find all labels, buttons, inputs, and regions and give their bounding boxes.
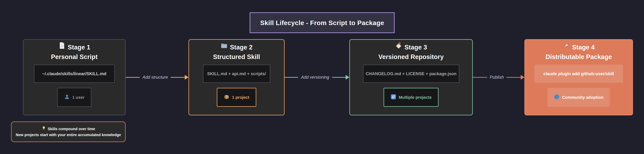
stage-1-label: Stage 1 bbox=[68, 43, 90, 51]
stage-4-badge: Community adoption bbox=[548, 88, 610, 107]
stage-1-badge-label: 1 user bbox=[72, 95, 84, 100]
edge-add-structure: Add structure bbox=[126, 73, 188, 82]
edge-line bbox=[506, 77, 521, 78]
edge-add-versioning: Add versioning bbox=[284, 73, 349, 82]
refresh-icon bbox=[390, 94, 396, 101]
skill-lifecycle-diagram: Skill Lifecycle - From Script to Package bbox=[0, 0, 644, 154]
stage-3-artifact-box: CHANGELOG.md + LICENSE + package.json bbox=[363, 65, 459, 83]
stage-4-label: Stage 4 bbox=[572, 43, 595, 51]
bookmark-tag-icon bbox=[395, 42, 402, 53]
stage-2-node: Stage 2 Structured Skill SKILL.md + api.… bbox=[188, 39, 284, 115]
note-line1: Skills compound over time bbox=[48, 126, 95, 132]
stage-3-artifact-text: CHANGELOG.md + LICENSE + package.json bbox=[366, 71, 456, 76]
edge-add-structure-label: Add structure bbox=[142, 75, 168, 80]
edge-line bbox=[284, 77, 298, 78]
stage-3-label: Stage 3 bbox=[404, 43, 427, 51]
stage-3-header: Stage 3 Versioned Repository bbox=[378, 42, 444, 61]
stage-2-artifact-text: SKILL.md + api.md + scripts/ bbox=[207, 71, 266, 76]
stage-3-badge: Multiple projects bbox=[384, 88, 438, 107]
lightbulb-icon bbox=[42, 126, 46, 132]
stage-3-node: Stage 3 Versioned Repository CHANGELOG.m… bbox=[349, 39, 473, 115]
stage-4-header: Stage 4 Distributable Package bbox=[546, 42, 612, 61]
rocket-icon bbox=[563, 42, 570, 53]
stage-4-node: Stage 4 Distributable Package claude plu… bbox=[524, 39, 633, 115]
note-line2: New projects start with your entire accu… bbox=[16, 132, 121, 138]
stage-2-label: Stage 2 bbox=[230, 43, 252, 51]
stage-4-name: Distributable Package bbox=[546, 53, 612, 61]
edge-line bbox=[126, 77, 140, 78]
globe-icon bbox=[554, 94, 560, 101]
user-icon bbox=[64, 94, 70, 101]
folder-icon bbox=[220, 42, 228, 53]
edge-publish: Publish bbox=[473, 73, 524, 82]
stage-3-badge-label: Multiple projects bbox=[399, 95, 432, 100]
edge-publish-label: Publish bbox=[490, 75, 504, 80]
stage-1-artifact-box: ~/.claude/skills/linear/SKILL.md bbox=[34, 65, 115, 83]
diagram-title: Skill Lifecycle - From Script to Package bbox=[260, 19, 384, 27]
diagram-title-box: Skill Lifecycle - From Script to Package bbox=[250, 12, 395, 33]
document-icon bbox=[58, 42, 66, 53]
arrowhead-icon bbox=[521, 75, 524, 80]
stage-2-header: Stage 2 Structured Skill bbox=[213, 42, 260, 61]
stage-1-name: Personal Script bbox=[51, 53, 98, 61]
stage-2-name: Structured Skill bbox=[213, 53, 260, 61]
stage-1-node: Stage 1 Personal Script ~/.claude/skills… bbox=[23, 39, 126, 115]
stage-2-badge-label: 1 project bbox=[232, 95, 249, 100]
stage-3-name: Versioned Repository bbox=[378, 53, 444, 61]
stage-4-artifact-box: claude plugin add github:user/skill bbox=[534, 65, 623, 83]
edge-line bbox=[171, 77, 185, 78]
stage-4-artifact-text: claude plugin add github:user/skill bbox=[543, 71, 614, 76]
stage-1-artifact-text: ~/.claude/skills/linear/SKILL.md bbox=[42, 71, 106, 76]
arrowhead-icon bbox=[185, 75, 188, 80]
stage-2-artifact-box: SKILL.md + api.md + scripts/ bbox=[203, 65, 270, 83]
stage-1-header: Stage 1 Personal Script bbox=[51, 42, 98, 61]
stage-4-badge-label: Community adoption bbox=[562, 95, 604, 100]
package-icon bbox=[224, 94, 230, 101]
edge-line bbox=[473, 77, 487, 78]
stage-2-badge: 1 project bbox=[217, 88, 256, 107]
edge-add-versioning-label: Add versioning bbox=[301, 75, 329, 80]
stage-1-badge: 1 user bbox=[57, 88, 91, 107]
note-box: Skills compound over time New projects s… bbox=[11, 121, 126, 142]
edge-line bbox=[332, 77, 346, 78]
arrowhead-icon bbox=[346, 75, 349, 80]
